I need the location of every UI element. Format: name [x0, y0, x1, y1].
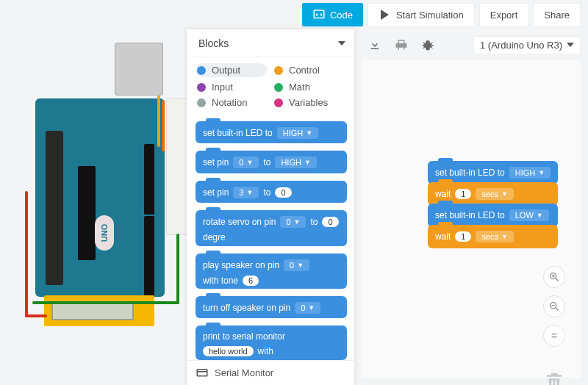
wire[interactable] — [162, 100, 165, 151]
component-arduino-uno[interactable]: UNO — [35, 98, 165, 297]
block-categories: Output Control Input Math Notation Varia… — [187, 57, 354, 115]
svg-rect-1 — [197, 369, 207, 375]
category-control[interactable]: Control — [274, 63, 344, 77]
top-toolbar: Code Start Simulation Export Share — [299, 0, 588, 29]
block-text: set built-in LED to — [203, 128, 273, 138]
export-button[interactable]: Export — [479, 3, 529, 26]
block-param-dropdown[interactable]: 0▼ — [284, 259, 309, 271]
block-text: degre — [203, 232, 226, 242]
block-param-dropdown[interactable]: HIGH▼ — [277, 127, 318, 139]
canvas-zoom-controls: = — [542, 266, 566, 385]
block-text: to — [263, 187, 270, 198]
block-text: set built-in LED to — [435, 210, 505, 220]
block-param-dropdown[interactable]: 0▼ — [280, 216, 306, 228]
code-icon — [312, 8, 326, 21]
block-set-pin-value[interactable]: set pin 3▼ to 0 — [196, 181, 347, 203]
zoom-out-icon — [548, 301, 560, 312]
canvas-tool-icons — [362, 37, 435, 52]
serial-monitor-toggle[interactable]: Serial Monitor — [187, 360, 354, 385]
device-select-label: 1 (Arduino Uno R3) — [480, 40, 562, 51]
arduino-chip — [78, 166, 96, 260]
circuit-canvas[interactable]: UNO — [10, 37, 184, 338]
block-set-builtin-led[interactable]: set built-in LED to HIGH▼ — [196, 121, 347, 143]
code-canvas-toolbar: 1 (Arduino Uno R3) — [362, 32, 581, 57]
block-play-speaker[interactable]: play speaker on pin 0▼ with tone 6 — [196, 253, 347, 289]
category-math[interactable]: Math — [274, 82, 344, 93]
block-param-text[interactable]: hello world — [203, 346, 254, 356]
code-toggle-button[interactable]: Code — [302, 3, 363, 26]
component-usb[interactable] — [115, 43, 163, 96]
block-text: set pin — [203, 157, 229, 168]
category-output[interactable]: Output — [196, 63, 267, 77]
block-text: turn off speaker on pin — [203, 303, 290, 313]
bug-icon[interactable] — [420, 37, 435, 52]
wire[interactable] — [157, 96, 160, 147]
category-input[interactable]: Input — [197, 82, 267, 93]
block-text: to — [263, 157, 270, 168]
category-notation[interactable]: Notation — [197, 97, 267, 108]
share-button[interactable]: Share — [533, 3, 581, 26]
block-turn-off-speaker[interactable]: turn off speaker on pin 0▼ — [196, 296, 347, 318]
block-param-dropdown[interactable]: secs▼ — [476, 188, 514, 200]
category-variables[interactable]: Variables — [274, 97, 344, 108]
printer-icon[interactable] — [394, 37, 409, 52]
blocks-palette-panel: Blocks Output Control Input Math Notatio… — [187, 29, 354, 385]
program-stack[interactable]: set built-in LED to HIGH▼ wait 1 secs▼ s… — [428, 163, 558, 248]
trash-icon — [543, 369, 565, 385]
block-print-serial[interactable]: print to serial monitor hello world with — [196, 325, 347, 360]
component-breadboard[interactable] — [166, 98, 188, 235]
block-param-dropdown[interactable]: secs▼ — [476, 231, 514, 242]
block-param-number[interactable]: 1 — [455, 231, 471, 242]
block-param-dropdown[interactable]: 3▼ — [233, 187, 259, 198]
zoom-fit-button[interactable]: = — [543, 325, 565, 347]
block-text: rotate servo on pin — [203, 217, 276, 227]
category-dot — [274, 83, 283, 92]
code-canvas[interactable]: set built-in LED to HIGH▼ wait 1 secs▼ s… — [362, 60, 581, 378]
category-label: Math — [289, 82, 310, 93]
trash-button[interactable] — [542, 367, 566, 385]
block-text: print to serial monitor — [203, 331, 285, 342]
block-text: set pin — [203, 187, 229, 198]
category-label: Output — [212, 65, 240, 76]
wire[interactable] — [25, 314, 47, 317]
zoom-fit-icon: = — [551, 330, 557, 342]
editor-mode-label: Blocks — [198, 37, 229, 49]
block-param-number[interactable]: 0 — [275, 187, 291, 198]
zoom-in-button[interactable] — [543, 266, 565, 288]
download-icon[interactable] — [368, 37, 382, 52]
wire[interactable] — [25, 191, 28, 316]
block-param-number[interactable]: 6 — [243, 276, 259, 286]
block-param-dropdown[interactable]: 0▼ — [295, 302, 320, 314]
palette-block-list[interactable]: set built-in LED to HIGH▼ set pin 0▼ to … — [187, 115, 354, 360]
category-label: Input — [212, 82, 233, 93]
category-label: Notation — [212, 97, 247, 108]
category-dot — [274, 66, 283, 75]
start-simulation-label: Start Simulation — [396, 10, 464, 21]
category-dot — [197, 98, 206, 107]
wire[interactable] — [32, 301, 179, 304]
block-rotate-servo[interactable]: rotate servo on pin 0▼ to 0 degre — [196, 210, 347, 245]
start-simulation-button[interactable]: Start Simulation — [368, 3, 475, 26]
block-param-number[interactable]: 1 — [455, 189, 471, 199]
block-param-dropdown[interactable]: HIGH▼ — [275, 156, 316, 168]
arduino-header-digital — [144, 144, 154, 215]
category-dot — [274, 98, 283, 107]
arduino-uno-label: UNO — [95, 215, 114, 251]
block-param-number[interactable]: 0 — [322, 217, 338, 227]
device-select-dropdown[interactable]: 1 (Arduino Uno R3) — [473, 36, 581, 54]
category-label: Control — [289, 65, 320, 76]
block-text: to — [310, 217, 318, 227]
chevron-down-icon — [338, 41, 345, 46]
wire[interactable] — [176, 234, 179, 304]
block-text: wait — [435, 231, 451, 242]
editor-mode-dropdown[interactable]: Blocks — [187, 29, 354, 57]
block-text: with tone — [203, 276, 238, 286]
block-param-dropdown[interactable]: 0▼ — [233, 156, 259, 168]
program-block-wait-2[interactable]: wait 1 secs▼ — [428, 225, 558, 248]
serial-monitor-icon — [196, 367, 209, 380]
zoom-out-button[interactable] — [543, 295, 565, 317]
component-lcd[interactable] — [44, 295, 154, 326]
block-param-dropdown[interactable]: HIGH▼ — [509, 167, 551, 179]
block-param-dropdown[interactable]: LOW▼ — [509, 209, 549, 221]
block-set-pin-high[interactable]: set pin 0▼ to HIGH▼ — [196, 151, 347, 173]
